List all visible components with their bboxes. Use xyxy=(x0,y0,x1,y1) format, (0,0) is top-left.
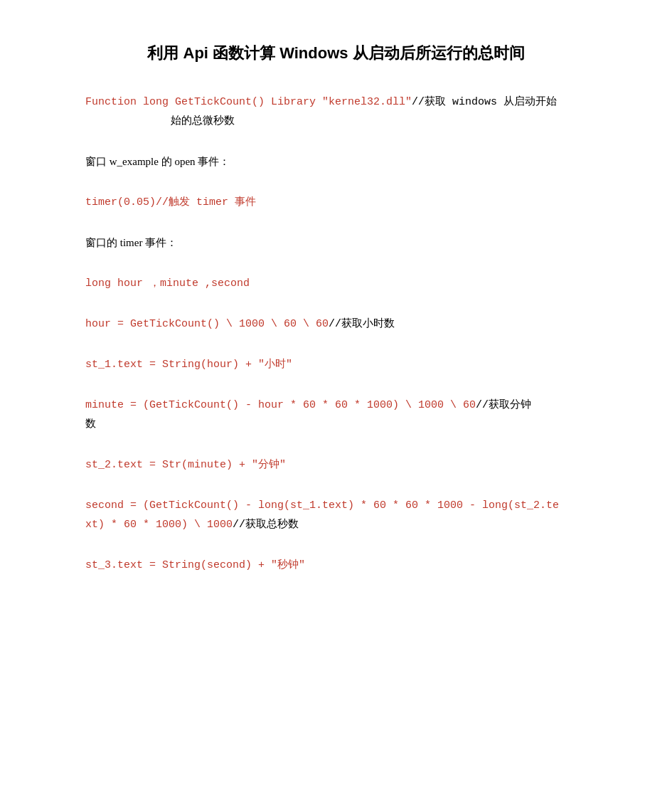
var-declaration-block: long hour ，minute ,second xyxy=(57,274,615,293)
second-calc-comment: //获取总秒数 xyxy=(233,519,299,531)
minute-calc-comment2: 数 xyxy=(85,418,96,430)
page-title: 利用 Api 函数计算 Windows 从启动后所运行的总时间 xyxy=(57,43,615,64)
st1-code: st_1.text = String(hour) + "小时" xyxy=(85,355,615,374)
minute-calc-code: minute = (GetTickCount() - hour * 60 * 6… xyxy=(85,399,476,411)
timer-event-label: 窗口的 timer 事件： xyxy=(85,233,615,253)
hour-calc-block: hour = GetTickCount() \ 1000 \ 60 \ 60//… xyxy=(57,314,615,334)
function-declaration-block: Function long GetTickCount() Library "ke… xyxy=(57,92,615,131)
second-calc-line1: second = (GetTickCount() - long(st_1.tex… xyxy=(85,499,559,512)
function-declaration-code: Function long GetTickCount() Library "ke… xyxy=(85,96,412,108)
timer-call-code: timer(0.05)//触发 timer 事件 xyxy=(85,193,615,212)
second-calc-block: second = (GetTickCount() - long(st_1.tex… xyxy=(57,496,615,534)
timer-call-block: timer(0.05)//触发 timer 事件 xyxy=(57,193,615,212)
minute-calc-block: minute = (GetTickCount() - hour * 60 * 6… xyxy=(57,396,615,434)
st1-block: st_1.text = String(hour) + "小时" xyxy=(57,355,615,374)
function-declaration-comment: //获取 windows 从启动开始 xyxy=(412,96,557,108)
st3-block: st_3.text = String(second) + "秒钟" xyxy=(57,556,615,575)
open-event-label: 窗口 w_example 的 open 事件： xyxy=(85,152,615,171)
function-declaration-comment2: 始的总微秒数 xyxy=(171,115,235,127)
minute-calc-comment: //获取分钟 xyxy=(476,399,531,411)
st3-code: st_3.text = String(second) + "秒钟" xyxy=(85,556,615,575)
open-event-label-block: 窗口 w_example 的 open 事件： xyxy=(57,152,615,171)
hour-calc-code: hour = GetTickCount() \ 1000 \ 60 \ 60 xyxy=(85,318,329,330)
var-declaration-code: long hour ，minute ,second xyxy=(85,274,615,293)
hour-calc-comment: //获取小时数 xyxy=(329,318,395,330)
second-calc-line2: xt) * 60 * 1000) \ 1000 xyxy=(85,519,233,531)
st2-code: st_2.text = Str(minute) + "分钟" xyxy=(85,455,615,475)
st2-block: st_2.text = Str(minute) + "分钟" xyxy=(57,455,615,475)
timer-event-label-block: 窗口的 timer 事件： xyxy=(57,233,615,253)
